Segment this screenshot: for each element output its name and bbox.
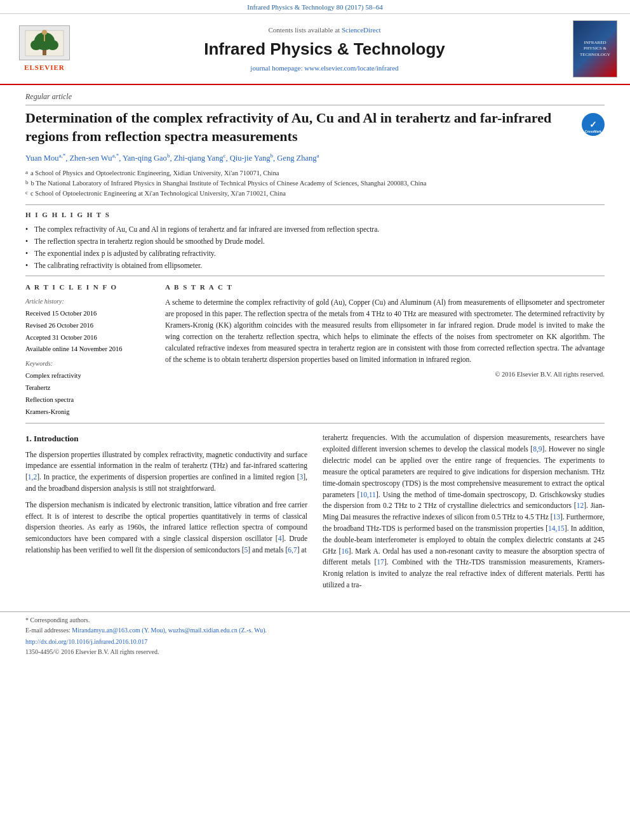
ref-4[interactable]: 4	[278, 535, 282, 542]
article-title-row: Determination of the complex refractivit…	[25, 109, 605, 145]
author-yan-gao: Yan-qing Gao	[123, 154, 167, 163]
article-type: Regular article	[25, 91, 605, 105]
abstract-text: A scheme to determine the complex refrac…	[165, 297, 605, 365]
ref-5[interactable]: 5	[245, 546, 248, 554]
elsevier-logo: ELSEVIER	[13, 25, 76, 72]
revised-date: Revised 26 October 2016	[25, 321, 152, 331]
svg-point-4	[47, 40, 58, 50]
crossmark-badge: ✓ CrossMark	[582, 113, 605, 136]
affiliation-c: c c School of Optoelectronic Engineering…	[25, 189, 605, 199]
highlight-item-2: The reflection spectra in terahertz regi…	[25, 236, 605, 246]
highlight-item-1: The complex refractivity of Au, Cu and A…	[25, 224, 605, 234]
author-geng-zhang: Geng Zhang	[277, 154, 316, 163]
ref-6-7[interactable]: 6,7	[288, 546, 297, 554]
keywords-label: Keywords:	[25, 359, 152, 368]
ref-8-9[interactable]: 8,9	[533, 445, 542, 453]
author-zhen-wu: Zhen-sen Wu	[69, 154, 112, 163]
svg-text:CrossMark: CrossMark	[585, 130, 601, 133]
svg-point-3	[30, 40, 42, 50]
copyright-line: © 2016 Elsevier B.V. All rights reserved…	[165, 370, 605, 380]
abstract-column: A B S T R A C T A scheme to determine th…	[165, 283, 605, 418]
author-qiu-yang: Qiu-jie Yang	[230, 154, 271, 163]
keyword-1: Complex refractivity	[25, 370, 152, 382]
highlight-item-4: The calibrating refractivity is obtained…	[25, 260, 605, 270]
available-online-date: Available online 14 November 2016	[25, 345, 152, 354]
ref-3[interactable]: 3	[300, 473, 304, 481]
keyword-4: Kramers-Kronig	[25, 406, 152, 418]
ref-13[interactable]: 13	[553, 513, 561, 521]
affiliations: a a School of Physics and Optoelectronic…	[25, 168, 605, 198]
journal-cover-image: INFRARED PHYSICS & TECHNOLOGY	[573, 20, 617, 77]
intro-para-1: The dispersion properties illustrated by…	[25, 450, 307, 495]
elsevier-wordmark: ELSEVIER	[24, 63, 65, 72]
highlight-item-3: The exponential index p is adjusted by c…	[25, 248, 605, 258]
divider-2	[25, 276, 605, 276]
author-zhi-yang: Zhi-qiang Yang	[174, 154, 224, 163]
sciencedirect-line: Contents lists available at ScienceDirec…	[76, 25, 573, 35]
article-title: Determination of the complex refractivit…	[25, 109, 575, 145]
introduction-two-col: 1. Introduction The dispersion propertie…	[25, 432, 605, 596]
article-history-label: Article history:	[25, 297, 152, 307]
journal-title-center: Contents lists available at ScienceDirec…	[76, 25, 573, 73]
ref-1[interactable]: 1,2	[28, 473, 37, 481]
journal-citation: Infrared Physics & Technology 80 (2017) …	[247, 3, 383, 11]
intro-col-left: 1. Introduction The dispersion propertie…	[25, 432, 307, 596]
keywords-list: Complex refractivity Terahertz Reflectio…	[25, 370, 152, 418]
svg-point-5	[42, 30, 47, 35]
footer-emails: E-mail addresses: Mirandamyu.an@163.com …	[25, 626, 605, 635]
ref-10-11[interactable]: 10,11	[359, 491, 375, 498]
main-content: Regular article Determination of the com…	[0, 85, 630, 602]
divider-3	[25, 423, 605, 423]
intro-para-2: The dispersion mechanism is indicated by…	[25, 500, 307, 556]
svg-text:✓: ✓	[589, 119, 597, 130]
received-date: Received 15 October 2016	[25, 309, 152, 319]
keyword-3: Reflection spectra	[25, 394, 152, 406]
journal-header: ELSEVIER Contents lists available at Sci…	[0, 14, 630, 85]
affiliation-b: b b The National Laboratory of Infrared …	[25, 178, 605, 189]
highlights-header: H I G H L I G H T S	[25, 210, 605, 220]
introduction-section: 1. Introduction The dispersion propertie…	[25, 432, 605, 596]
article-info-header: A R T I C L E I N F O	[25, 283, 152, 292]
intro-para-3: terahertz frequencies. With the accumula…	[323, 432, 605, 590]
sciencedirect-link[interactable]: ScienceDirect	[342, 26, 381, 34]
ref-12[interactable]: 12	[577, 502, 584, 509]
page-footer: * Corresponding authors. E-mail addresse…	[0, 611, 630, 657]
divider-1	[25, 204, 605, 205]
ref-16[interactable]: 16	[341, 547, 349, 555]
keyword-2: Terahertz	[25, 382, 152, 394]
elsevier-tree-image	[19, 25, 70, 60]
corresponding-note: * Corresponding authors.	[25, 616, 605, 625]
intro-col-right: terahertz frequencies. With the accumula…	[323, 432, 605, 596]
highlights-section: H I G H L I G H T S The complex refracti…	[25, 210, 605, 270]
affiliation-a: a a School of Physics and Optoelectronic…	[25, 168, 605, 178]
article-info-abstract-row: A R T I C L E I N F O Article history: R…	[25, 283, 605, 418]
journal-top-bar: Infrared Physics & Technology 80 (2017) …	[0, 0, 630, 14]
abstract-header: A B S T R A C T	[165, 283, 605, 292]
ref-17[interactable]: 17	[377, 558, 384, 566]
authors-line: Yuan Moua,*, Zhen-sen Wua,*, Yan-qing Ga…	[25, 152, 605, 164]
journal-main-title: Infrared Physics & Technology	[76, 37, 573, 60]
author-yuan-mou: Yuan Mou	[25, 154, 58, 163]
article-info-column: A R T I C L E I N F O Article history: R…	[25, 283, 152, 418]
journal-homepage: journal homepage: www.elsevier.com/locat…	[76, 63, 573, 73]
footer-doi[interactable]: http://dx.doi.org/10.1016/j.infrared.201…	[25, 637, 605, 646]
footer-copyright: 1350-4495/© 2016 Elsevier B.V. All right…	[25, 648, 605, 657]
accepted-date: Accepted 31 October 2016	[25, 333, 152, 343]
ref-14-15[interactable]: 14,15	[548, 524, 565, 532]
section-title-intro: 1. Introduction	[25, 432, 307, 445]
